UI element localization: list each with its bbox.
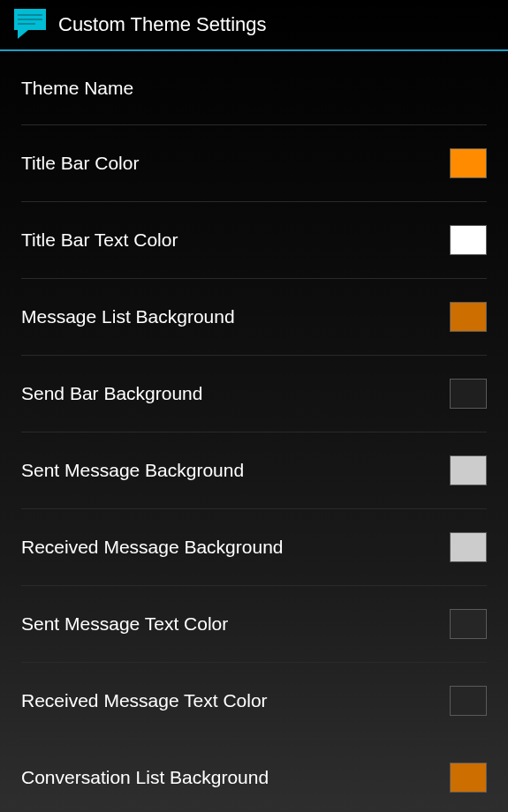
setting-label: Sent Message Text Color	[21, 613, 228, 635]
setting-message-list-background[interactable]: Message List Background	[21, 279, 487, 356]
setting-send-bar-background[interactable]: Send Bar Background	[21, 356, 487, 432]
setting-received-message-background[interactable]: Received Message Background	[21, 509, 487, 586]
messaging-icon	[12, 9, 48, 41]
color-swatch[interactable]	[450, 302, 487, 332]
setting-sent-message-background[interactable]: Sent Message Background	[21, 432, 487, 509]
color-swatch[interactable]	[450, 609, 487, 639]
svg-marker-1	[18, 30, 28, 39]
setting-label: Title Bar Text Color	[21, 229, 178, 251]
color-swatch[interactable]	[450, 532, 487, 562]
color-swatch[interactable]	[450, 379, 487, 409]
color-swatch[interactable]	[450, 763, 487, 793]
setting-label: Send Bar Background	[21, 383, 202, 404]
setting-label: Conversation List Background	[21, 767, 269, 788]
color-swatch[interactable]	[450, 686, 487, 716]
setting-theme-name[interactable]: Theme Name	[21, 51, 487, 125]
setting-title-bar-text-color[interactable]: Title Bar Text Color	[21, 202, 487, 279]
setting-label: Received Message Text Color	[21, 690, 268, 711]
action-bar: Custom Theme Settings	[0, 0, 508, 51]
setting-sent-message-text-color[interactable]: Sent Message Text Color	[21, 586, 487, 663]
setting-label: Theme Name	[21, 78, 133, 99]
settings-list: Theme Name Title Bar Color Title Bar Tex…	[0, 51, 508, 812]
setting-label: Sent Message Background	[21, 460, 244, 481]
setting-label: Title Bar Color	[21, 153, 139, 174]
color-swatch[interactable]	[450, 225, 487, 255]
color-swatch[interactable]	[450, 455, 487, 485]
setting-label: Received Message Background	[21, 537, 284, 558]
setting-conversation-list-background[interactable]: Conversation List Background	[21, 740, 487, 812]
page-title: Custom Theme Settings	[58, 13, 267, 36]
setting-received-message-text-color[interactable]: Received Message Text Color	[21, 663, 487, 740]
setting-label: Message List Background	[21, 306, 235, 327]
color-swatch[interactable]	[450, 148, 487, 178]
setting-title-bar-color[interactable]: Title Bar Color	[21, 125, 487, 202]
